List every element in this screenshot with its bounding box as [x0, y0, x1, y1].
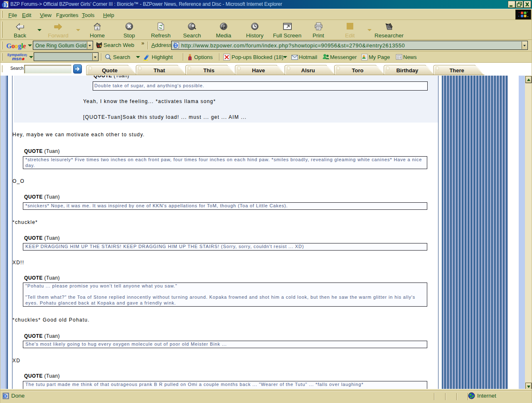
svg-text:Have: Have	[252, 67, 265, 74]
svg-text:Birthday: Birthday	[396, 67, 419, 74]
svg-text:That: That	[154, 67, 165, 74]
svg-text:Alsru: Alsru	[301, 67, 315, 74]
svg-text:Quote: Quote	[102, 67, 118, 74]
svg-text:There: There	[449, 67, 464, 74]
svg-text:This: This	[203, 67, 214, 74]
svg-text:Toro: Toro	[352, 67, 364, 74]
